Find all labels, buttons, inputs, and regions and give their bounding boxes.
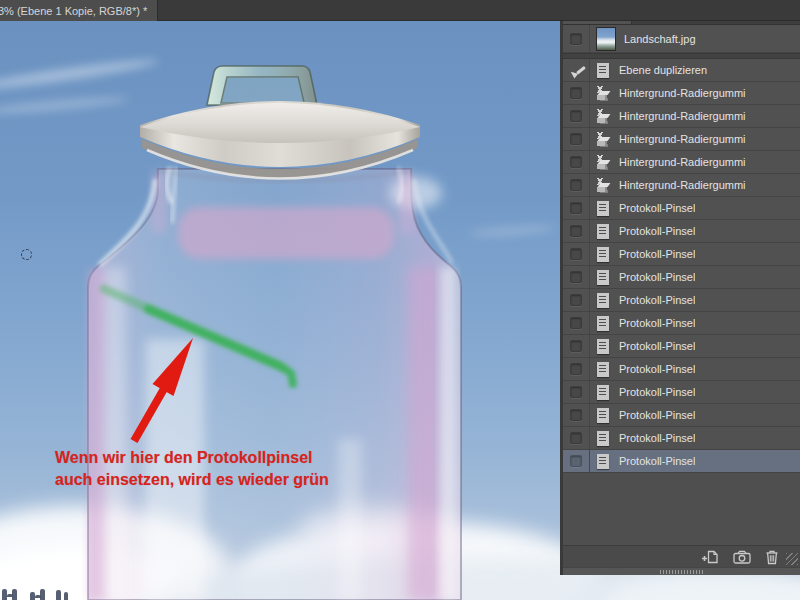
document-tab[interactable]: 3% (Ebene 1 Kopie, RGB/8*) * [0, 0, 158, 21]
panel-resize-grip[interactable] [786, 553, 798, 565]
history-source-well[interactable] [570, 202, 582, 214]
history-item[interactable]: Protokoll-Pinsel [563, 312, 800, 335]
history-list: Ebene duplizieren Hintergrund-Radiergumm… [563, 59, 800, 473]
application-titlebar: 3% (Ebene 1 Kopie, RGB/8*) * [0, 0, 800, 21]
history-item[interactable]: Protokoll-Pinsel [563, 381, 800, 404]
new-document-from-state-button[interactable] [700, 549, 720, 565]
history-panel: Protokoll » Landschaft.jpg [560, 5, 800, 575]
history-source-well[interactable] [570, 87, 582, 99]
history-brush-icon [595, 408, 611, 423]
history-item[interactable]: Protokoll-Pinsel [563, 427, 800, 450]
background-eraser-icon [595, 132, 611, 147]
history-item-label: Protokoll-Pinsel [619, 409, 695, 421]
history-brush-icon [595, 224, 611, 239]
history-brush-icon [595, 339, 611, 354]
background-eraser-icon [595, 86, 611, 101]
history-source-well[interactable] [570, 110, 582, 122]
history-source-well[interactable] [570, 455, 582, 467]
history-item-label: Hintergrund-Radiergummi [619, 133, 746, 145]
history-item-label: Protokoll-Pinsel [619, 432, 695, 444]
history-item[interactable]: Protokoll-Pinsel [563, 289, 800, 312]
history-brush-icon [595, 362, 611, 377]
delete-state-trash-button[interactable] [764, 549, 780, 565]
background-eraser-icon [595, 178, 611, 193]
history-item[interactable]: Hintergrund-Radiergummi [563, 128, 800, 151]
history-item[interactable]: Hintergrund-Radiergummi [563, 105, 800, 128]
history-source-well[interactable] [570, 363, 582, 375]
history-item-label: Protokoll-Pinsel [619, 340, 695, 352]
history-item[interactable]: Hintergrund-Radiergummi [563, 174, 800, 197]
history-item[interactable]: Protokoll-Pinsel [563, 220, 800, 243]
history-item[interactable]: Protokoll-Pinsel [563, 197, 800, 220]
panel-body: Landschaft.jpg Ebene duplizieren Hint [563, 25, 800, 575]
history-item[interactable]: Protokoll-Pinsel [563, 335, 800, 358]
history-item-label: Protokoll-Pinsel [619, 271, 695, 283]
history-brush-icon [595, 431, 611, 446]
panel-bottom-drag-handle[interactable] [563, 567, 800, 575]
history-brush-source-icon [569, 64, 584, 77]
photoshop-window: Wenn wir hier den Protokollpinsel auch e… [0, 0, 800, 600]
history-empty-area [563, 473, 800, 545]
history-source-well[interactable] [570, 179, 582, 191]
history-item-label: Protokoll-Pinsel [619, 386, 695, 398]
history-brush-icon [595, 201, 611, 216]
annotation-line-1: Wenn wir hier den Protokollpinsel [55, 447, 329, 469]
history-source-well[interactable] [570, 156, 582, 168]
document-tab-title: 3% (Ebene 1 Kopie, RGB/8*) * [0, 5, 147, 17]
history-brush-icon [595, 247, 611, 262]
history-brush-icon [595, 316, 611, 331]
history-source-well[interactable] [570, 340, 582, 352]
annotation-line-2: auch einsetzen, wird es wieder grün [55, 469, 329, 491]
history-item-label: Hintergrund-Radiergummi [619, 110, 746, 122]
history-item-label: Hintergrund-Radiergummi [619, 156, 746, 168]
history-source-well[interactable] [568, 63, 584, 77]
history-source-well[interactable] [570, 248, 582, 260]
history-item-label: Protokoll-Pinsel [619, 248, 695, 260]
new-snapshot-camera-button[interactable] [732, 549, 752, 565]
snapshot-thumbnail [596, 27, 616, 51]
history-item-label: Hintergrund-Radiergummi [619, 179, 746, 191]
history-item[interactable]: Protokoll-Pinsel [563, 358, 800, 381]
history-brush-icon [595, 385, 611, 400]
history-source-well[interactable] [570, 432, 582, 444]
snapshot-label: Landschaft.jpg [624, 33, 696, 45]
history-item[interactable]: Protokoll-Pinsel [563, 266, 800, 289]
history-item[interactable]: Hintergrund-Radiergummi [563, 151, 800, 174]
history-item[interactable]: Hintergrund-Radiergummi [563, 82, 800, 105]
history-item[interactable]: Protokoll-Pinsel [563, 450, 800, 473]
history-source-well[interactable] [570, 33, 582, 45]
annotation-text: Wenn wir hier den Protokollpinsel auch e… [55, 447, 329, 491]
history-brush-icon [595, 293, 611, 308]
history-source-well[interactable] [570, 386, 582, 398]
history-item-label: Protokoll-Pinsel [619, 317, 695, 329]
history-item-label: Hintergrund-Radiergummi [619, 87, 746, 99]
snapshot-row[interactable]: Landschaft.jpg [563, 25, 800, 53]
history-brush-icon [595, 270, 611, 285]
history-source-well[interactable] [570, 271, 582, 283]
history-source-well[interactable] [570, 409, 582, 421]
history-item-label: Ebene duplizieren [619, 64, 707, 76]
background-eraser-icon [595, 155, 611, 170]
history-source-well[interactable] [570, 317, 582, 329]
history-item[interactable]: Ebene duplizieren [563, 59, 800, 82]
history-source-well[interactable] [570, 133, 582, 145]
background-eraser-icon [595, 109, 611, 124]
history-item[interactable]: Protokoll-Pinsel [563, 243, 800, 266]
history-item-label: Protokoll-Pinsel [619, 363, 695, 375]
history-item-label: Protokoll-Pinsel [619, 455, 695, 467]
history-item-label: Protokoll-Pinsel [619, 202, 695, 214]
history-item-label: Protokoll-Pinsel [619, 225, 695, 237]
brush-cursor [21, 249, 32, 260]
panel-footer [563, 545, 800, 567]
history-brush-icon [595, 454, 611, 469]
history-source-well[interactable] [570, 225, 582, 237]
duplicate-layer-icon [595, 63, 611, 78]
history-item-label: Protokoll-Pinsel [619, 294, 695, 306]
history-source-well[interactable] [570, 294, 582, 306]
glass-jar-illustration [0, 21, 560, 600]
history-item[interactable]: Protokoll-Pinsel [563, 404, 800, 427]
